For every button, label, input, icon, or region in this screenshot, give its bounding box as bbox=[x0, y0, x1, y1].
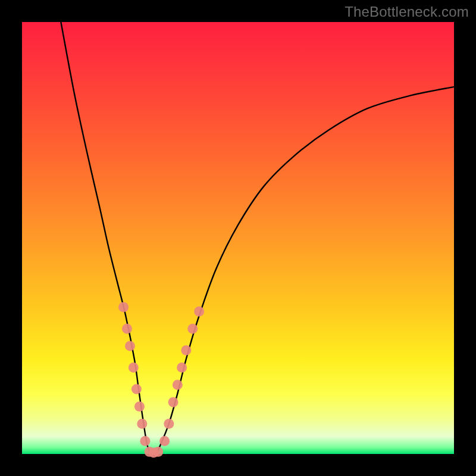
watermark-text: TheBottleneck.com bbox=[345, 4, 469, 20]
bottleneck-curve bbox=[61, 22, 454, 455]
marker-dot bbox=[137, 419, 147, 429]
marker-dot bbox=[159, 436, 170, 446]
marker-dot bbox=[129, 362, 139, 372]
marker-dot bbox=[173, 380, 183, 390]
marker-dot bbox=[125, 341, 135, 351]
marker-dot bbox=[168, 397, 178, 407]
marker-dot bbox=[153, 447, 163, 457]
marker-dot bbox=[164, 419, 174, 429]
marker-dot bbox=[131, 384, 142, 394]
marker-dot bbox=[122, 324, 132, 334]
marker-dot bbox=[177, 362, 187, 372]
curve-layer bbox=[61, 22, 454, 455]
marker-dot bbox=[118, 302, 129, 312]
marker-dot bbox=[181, 345, 191, 355]
chart-svg bbox=[22, 22, 454, 454]
chart-frame: TheBottleneck.com bbox=[0, 0, 476, 476]
plot-area bbox=[22, 22, 454, 454]
marker-layer bbox=[118, 302, 204, 458]
marker-dot bbox=[194, 306, 204, 317]
marker-dot bbox=[134, 402, 145, 412]
marker-dot bbox=[140, 436, 150, 446]
marker-dot bbox=[187, 324, 198, 334]
